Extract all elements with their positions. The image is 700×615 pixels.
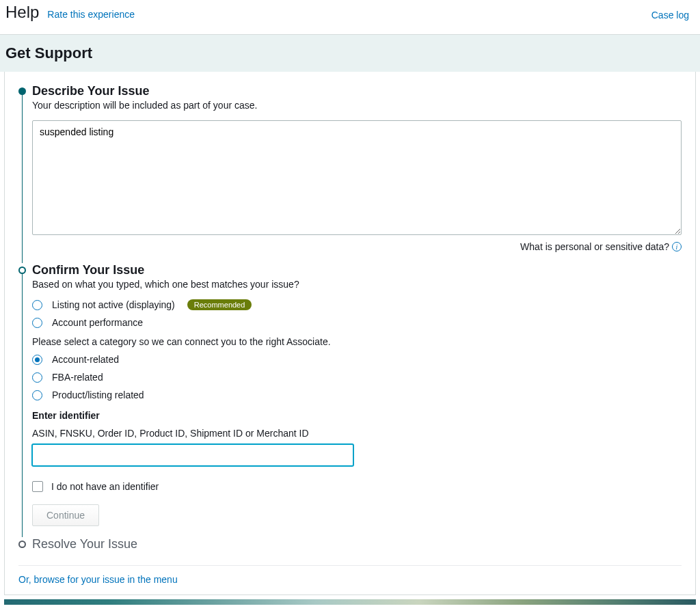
category-radio[interactable] (32, 390, 42, 400)
header-left: Help Rate this experience (5, 3, 135, 22)
steps: Describe Your Issue Your description wil… (18, 84, 682, 551)
step-connector (22, 271, 23, 537)
issue-match-radio[interactable] (32, 318, 42, 328)
step1-subtitle: Your description will be included as par… (32, 100, 682, 111)
identifier-hint: ASIN, FNSKU, Order ID, Product ID, Shipm… (32, 428, 682, 439)
sensitive-data-link[interactable]: What is personal or sensitive data? (520, 241, 669, 252)
step-describe: Describe Your Issue Your description wil… (18, 84, 682, 252)
category-row: FBA-related (32, 372, 682, 383)
step-marker-filled-icon (18, 87, 26, 95)
category-label: FBA-related (52, 372, 103, 383)
issue-match-radio[interactable] (32, 300, 42, 310)
identifier-input[interactable] (32, 444, 353, 466)
issue-match-label: Listing not active (displaying) (52, 299, 175, 310)
info-icon[interactable]: i (672, 242, 682, 251)
no-identifier-row: I do not have an identifier (32, 481, 682, 492)
step-marker-open-icon (18, 266, 26, 274)
sensitive-row: What is personal or sensitive data? i (32, 241, 682, 252)
banner: Get Support (0, 35, 700, 72)
step-confirm: Confirm Your Issue Based on what you typ… (18, 263, 682, 526)
category-label: Product/listing related (52, 390, 144, 400)
step2-title: Confirm Your Issue (32, 263, 682, 277)
step-resolve: Resolve Your Issue (18, 537, 682, 551)
rate-experience-link[interactable]: Rate this experience (47, 9, 135, 20)
footer-divider (18, 565, 682, 566)
top-header: Help Rate this experience Case log (0, 0, 700, 35)
issue-match-row: Listing not active (displaying)Recommend… (32, 299, 682, 310)
step-marker-grey-icon (18, 541, 26, 548)
step1-title: Describe Your Issue (32, 84, 682, 98)
browse-menu-link[interactable]: Or, browse for your issue in the menu (18, 574, 178, 585)
category-radio[interactable] (32, 355, 42, 365)
step-connector (22, 92, 23, 263)
category-row: Account-related (32, 354, 682, 365)
banner-title: Get Support (5, 44, 695, 62)
recommended-badge: Recommended (187, 299, 252, 310)
issue-textarea[interactable] (32, 120, 682, 235)
header-title: Help (5, 3, 39, 22)
issue-match-options: Listing not active (displaying)Recommend… (32, 299, 682, 328)
no-identifier-checkbox[interactable] (32, 481, 43, 492)
decorative-footer-strip (4, 599, 696, 605)
main-panel: Describe Your Issue Your description wil… (4, 72, 696, 595)
category-label: Account-related (52, 354, 119, 365)
step2-subtitle: Based on what you typed, which one best … (32, 279, 682, 290)
category-options: Account-relatedFBA-relatedProduct/listin… (32, 354, 682, 400)
no-identifier-label: I do not have an identifier (51, 481, 159, 492)
category-radio[interactable] (32, 372, 42, 383)
issue-match-row: Account performance (32, 317, 682, 328)
category-prompt: Please select a category so we can conne… (32, 336, 682, 347)
category-row: Product/listing related (32, 390, 682, 400)
step3-title: Resolve Your Issue (32, 537, 682, 551)
case-log-link[interactable]: Case log (651, 10, 689, 20)
issue-match-label: Account performance (52, 317, 143, 328)
identifier-label: Enter identifier (32, 410, 682, 421)
continue-button[interactable]: Continue (32, 504, 99, 526)
